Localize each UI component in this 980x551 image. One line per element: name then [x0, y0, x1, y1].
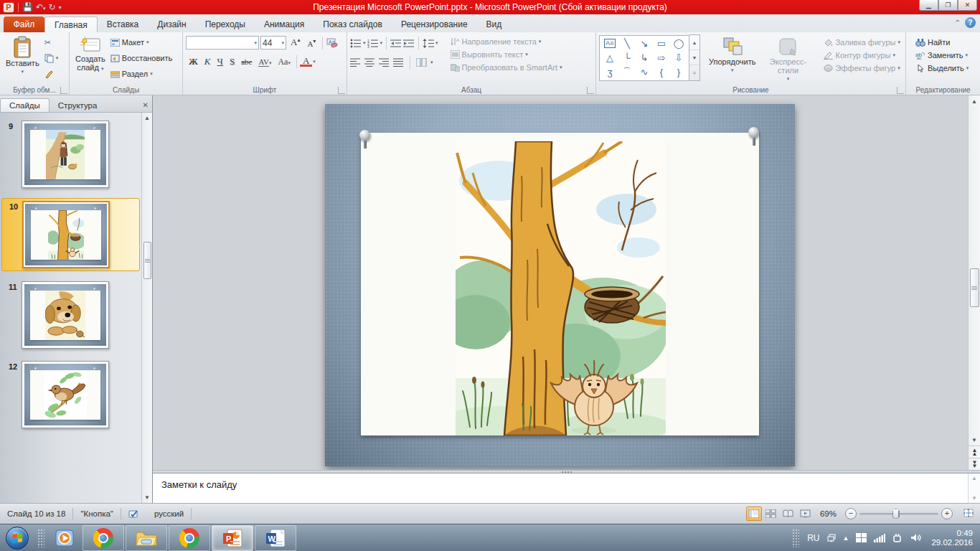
tab-review[interactable]: Рецензирование	[392, 17, 477, 32]
columns-icon[interactable]	[416, 58, 427, 67]
customize-quick-access-icon[interactable]: ▾	[59, 4, 62, 11]
shape-line-icon[interactable]: ╲	[618, 37, 636, 51]
get-windows-10-icon[interactable]	[856, 533, 867, 542]
font-color-button[interactable]: А	[300, 57, 312, 67]
shape-triangle-icon[interactable]: △	[601, 51, 618, 65]
shrink-font-button[interactable]: A▾	[304, 38, 319, 48]
clipboard-dialog-launcher-icon[interactable]	[60, 87, 67, 94]
italic-button[interactable]: К	[202, 56, 214, 67]
columns-dropdown-icon[interactable]: ▾	[430, 60, 433, 65]
tab-design[interactable]: Дизайн	[148, 17, 195, 32]
help-icon[interactable]: ?	[965, 17, 976, 28]
scroll-down-icon[interactable]: ▼	[969, 434, 980, 446]
character-spacing-button[interactable]: AV▾	[255, 57, 274, 66]
numbering-dropdown-icon[interactable]: ▾	[380, 40, 383, 46]
zoom-slider[interactable]	[859, 513, 938, 515]
font-size-combo[interactable]: 44▾	[260, 36, 286, 50]
justify-icon[interactable]	[393, 58, 404, 67]
align-left-icon[interactable]	[350, 58, 361, 67]
zoom-level[interactable]: 69%	[814, 509, 842, 518]
shape-curve-icon[interactable]: ∿	[636, 65, 653, 80]
close-button[interactable]: ✕	[958, 0, 977, 11]
font-dialog-launcher-icon[interactable]	[338, 87, 345, 94]
bold-button[interactable]: Ж	[186, 56, 201, 67]
previous-slide-button[interactable]: ▲▲	[969, 446, 980, 458]
slide-canvas[interactable]	[153, 95, 968, 470]
font-name-combo[interactable]: ▾	[186, 36, 259, 50]
reading-view-button[interactable]	[781, 507, 796, 521]
copy-button[interactable]: ▾	[42, 53, 61, 64]
notes-scrollbar[interactable]: ▲ ▼	[968, 474, 980, 503]
bullets-icon[interactable]	[350, 39, 362, 48]
scroll-up-icon[interactable]: ▲	[969, 95, 980, 107]
arrange-button[interactable]: Упорядочить ▾	[706, 34, 758, 76]
format-painter-button[interactable]	[42, 69, 61, 80]
tab-home[interactable]: Главная	[44, 17, 98, 32]
new-slide-button[interactable]: Создать слайд ▾	[72, 34, 108, 75]
language-indicator[interactable]: RU	[807, 533, 819, 543]
tab-outline[interactable]: Структура	[50, 99, 106, 112]
tab-slideshow[interactable]: Показ слайдов	[314, 17, 392, 32]
redo-icon[interactable]: ↻	[49, 2, 56, 12]
convert-smartart-button[interactable]: Преобразовать в SmartArt▾	[448, 62, 565, 72]
line-spacing-icon[interactable]	[423, 39, 434, 48]
shape-rectangle-icon[interactable]: ▭	[653, 37, 670, 51]
gallery-up-icon[interactable]: ▲	[689, 35, 699, 50]
notes-pane[interactable]: Заметки к слайду ▲ ▼	[153, 473, 980, 503]
paste-button[interactable]: Вставить ▾	[3, 34, 42, 77]
quick-styles-button[interactable]: Экспресс-стили ▾	[761, 34, 814, 85]
language-indicator[interactable]: русский	[147, 504, 191, 524]
scrollbar-thumb[interactable]	[970, 268, 979, 307]
tab-file[interactable]: Файл	[4, 17, 44, 32]
language-bar-options-icon[interactable]	[827, 534, 836, 542]
gallery-more-icon[interactable]: ⩒	[689, 65, 699, 80]
word-taskbar-button[interactable]: W	[255, 525, 296, 551]
underline-button[interactable]: Ч	[215, 56, 226, 67]
bullets-dropdown-icon[interactable]: ▾	[363, 40, 366, 46]
notes-placeholder[interactable]: Заметки к слайду	[153, 474, 968, 503]
powerpoint-logo-icon[interactable]: P	[3, 2, 14, 13]
shape-elbow-arrow-icon[interactable]: ↳	[636, 51, 653, 65]
show-hidden-icons-button[interactable]: ▲	[843, 534, 849, 542]
paragraph-dialog-launcher-icon[interactable]	[587, 87, 594, 94]
current-slide[interactable]	[325, 104, 795, 466]
volume-icon[interactable]	[910, 533, 922, 542]
grow-font-button[interactable]: A▴	[288, 37, 303, 48]
increase-indent-icon[interactable]	[403, 39, 415, 48]
slide-position[interactable]: Слайд 10 из 18	[0, 504, 72, 524]
font-color-dropdown-icon[interactable]: ▾	[313, 59, 316, 65]
undo-icon[interactable]: ↶▾	[36, 2, 46, 12]
scroll-down-icon[interactable]: ▼	[969, 494, 980, 503]
vertical-scrollbar[interactable]: ▲ ▼ ▲▲ ▼▼	[968, 95, 980, 470]
shape-outline-button[interactable]: Контур фигуры▾	[821, 50, 903, 60]
gallery-down-icon[interactable]: ▼	[689, 50, 699, 65]
shape-text-box-icon[interactable]: A≡	[604, 39, 616, 48]
slide-thumbnail-10-selected[interactable]: 10	[1, 198, 140, 271]
next-slide-button[interactable]: ▼▼	[969, 458, 980, 470]
shape-elbow-connector-icon[interactable]: └	[618, 51, 636, 65]
align-center-icon[interactable]	[364, 58, 375, 67]
spell-check-status[interactable]	[121, 504, 147, 524]
panel-close-icon[interactable]: ✕	[143, 101, 149, 109]
start-button[interactable]	[6, 527, 29, 550]
zoom-slider-thumb[interactable]	[892, 509, 899, 519]
collapse-ribbon-icon[interactable]: ⌃	[955, 19, 961, 27]
drawing-dialog-launcher-icon[interactable]	[897, 87, 904, 94]
clear-formatting-icon[interactable]: Aa	[326, 38, 338, 48]
text-shadow-button[interactable]: S	[227, 56, 237, 67]
shape-right-arrow-icon[interactable]: ⇨	[653, 51, 670, 65]
strikethrough-button[interactable]: abc	[238, 57, 255, 66]
tab-transitions[interactable]: Переходы	[196, 17, 255, 32]
normal-view-button[interactable]	[746, 507, 762, 521]
chrome-taskbar-button-2[interactable]	[169, 525, 210, 551]
media-player-taskbar-icon[interactable]	[55, 527, 76, 549]
zoom-in-button[interactable]: +	[941, 508, 953, 519]
shape-right-brace-icon[interactable]: }	[670, 65, 687, 80]
shape-down-arrow-icon[interactable]: ⇩	[670, 51, 687, 65]
align-right-icon[interactable]	[379, 58, 390, 67]
decrease-indent-icon[interactable]	[390, 39, 402, 48]
shape-left-brace-icon[interactable]: {	[653, 65, 670, 80]
reset-slide-button[interactable]: Восстановить	[108, 53, 174, 63]
zoom-out-button[interactable]: −	[845, 508, 857, 519]
scroll-up-icon[interactable]: ▲	[969, 474, 980, 483]
